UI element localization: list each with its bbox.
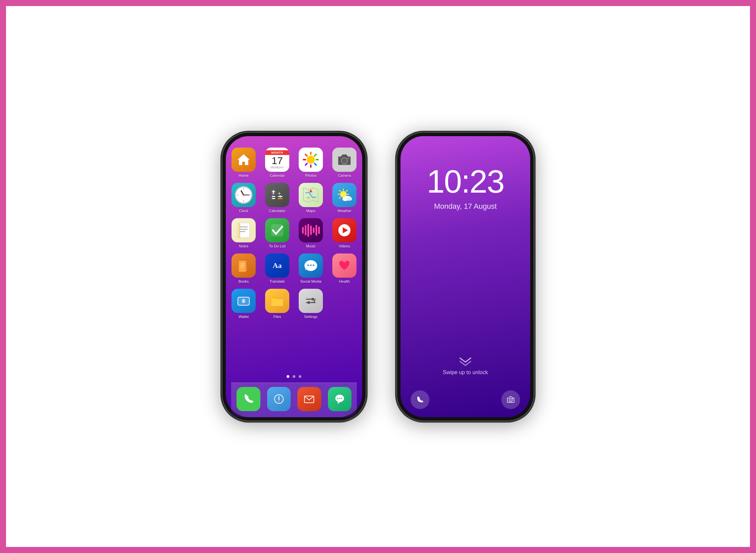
- swipe-up-area[interactable]: Swipe up to unlock: [443, 356, 488, 386]
- svg-point-71: [339, 398, 340, 399]
- svg-rect-39: [238, 223, 240, 238]
- svg-line-7: [314, 163, 316, 165]
- dock-mail[interactable]: [297, 387, 321, 411]
- svg-marker-69: [337, 402, 340, 404]
- phone-home: Home MONTH 17 MONDAY Calendar: [222, 132, 366, 421]
- app-calendar[interactable]: MONTH 17 MONDAY Calendar: [264, 148, 291, 177]
- svg-point-11: [343, 159, 346, 162]
- svg-line-30: [346, 190, 347, 191]
- svg-line-31: [339, 197, 340, 198]
- app-settings[interactable]: Settings: [297, 289, 324, 319]
- dock-compass[interactable]: [267, 387, 291, 411]
- home-screen: Home MONTH 17 MONDAY Calendar: [226, 136, 362, 417]
- svg-line-6: [305, 154, 307, 156]
- svg-point-59: [311, 298, 314, 301]
- swipe-label: Swipe up to unlock: [443, 369, 488, 376]
- app-weather[interactable]: Weather: [331, 183, 358, 213]
- app-photos[interactable]: Photos: [297, 148, 324, 177]
- svg-line-9: [305, 163, 307, 165]
- app-notes[interactable]: Notes: [230, 218, 257, 248]
- home-background: Home MONTH 17 MONDAY Calendar: [226, 136, 362, 417]
- app-translate[interactable]: Aa Translate: [264, 253, 291, 283]
- app-maps[interactable]: Maps: [297, 183, 324, 213]
- page-dot-3: [299, 375, 301, 378]
- svg-point-12: [348, 158, 349, 159]
- svg-point-34: [347, 197, 352, 201]
- page-dots: [287, 369, 301, 383]
- app-health[interactable]: Health: [331, 253, 358, 283]
- svg-point-52: [313, 264, 314, 266]
- svg-text:$: $: [242, 298, 245, 304]
- app-videos[interactable]: Videos: [331, 218, 358, 248]
- app-camera[interactable]: Camera: [331, 148, 358, 177]
- svg-rect-45: [239, 261, 246, 272]
- app-music[interactable]: Music: [297, 218, 324, 248]
- lock-camera-button[interactable]: [501, 390, 520, 409]
- svg-line-28: [339, 190, 340, 191]
- dock: [231, 383, 357, 417]
- app-books[interactable]: Books: [230, 253, 257, 283]
- scene: Home MONTH 17 MONDAY Calendar: [6, 6, 750, 547]
- dock-messages[interactable]: [328, 387, 352, 411]
- svg-rect-17: [272, 196, 275, 197]
- swipe-chevrons: [458, 356, 473, 366]
- svg-point-51: [310, 264, 312, 266]
- svg-point-70: [337, 398, 338, 399]
- lock-background: 10:23 Monday, 17 August Swipe up to unlo…: [401, 136, 530, 417]
- page-dot-1: [287, 375, 289, 378]
- lock-bottom-row: [401, 386, 530, 417]
- app-socialmedia[interactable]: Social Media: [297, 253, 324, 283]
- svg-point-74: [510, 399, 512, 401]
- app-todolist[interactable]: To-Do List: [264, 218, 291, 248]
- lock-phone-button[interactable]: [411, 390, 429, 409]
- app-grid: Home MONTH 17 MONDAY Calendar: [230, 148, 358, 319]
- lock-time: 10:23: [427, 163, 504, 200]
- svg-point-1: [307, 156, 315, 164]
- svg-point-72: [341, 398, 342, 399]
- app-wallet[interactable]: $ Wallet: [230, 289, 257, 319]
- svg-point-75: [512, 398, 513, 399]
- svg-marker-22: [309, 189, 312, 192]
- lock-screen: 10:23 Monday, 17 August Swipe up to unlo…: [401, 136, 530, 417]
- svg-point-50: [307, 264, 309, 266]
- svg-rect-18: [272, 198, 275, 199]
- phone-lock: 10:23 Monday, 17 August Swipe up to unlo…: [396, 132, 534, 421]
- dock-phone[interactable]: [237, 387, 260, 411]
- app-calculator[interactable]: ÷ + Calculator: [264, 183, 291, 213]
- svg-point-66: [278, 398, 280, 400]
- svg-marker-0: [238, 154, 250, 165]
- app-clock[interactable]: Clock: [230, 183, 257, 213]
- svg-line-8: [314, 154, 316, 156]
- svg-text:+: +: [278, 191, 281, 196]
- app-home[interactable]: Home: [230, 148, 257, 177]
- lock-date: Monday, 17 August: [434, 202, 497, 211]
- app-files[interactable]: Files: [264, 289, 291, 319]
- page-dot-2: [293, 375, 295, 378]
